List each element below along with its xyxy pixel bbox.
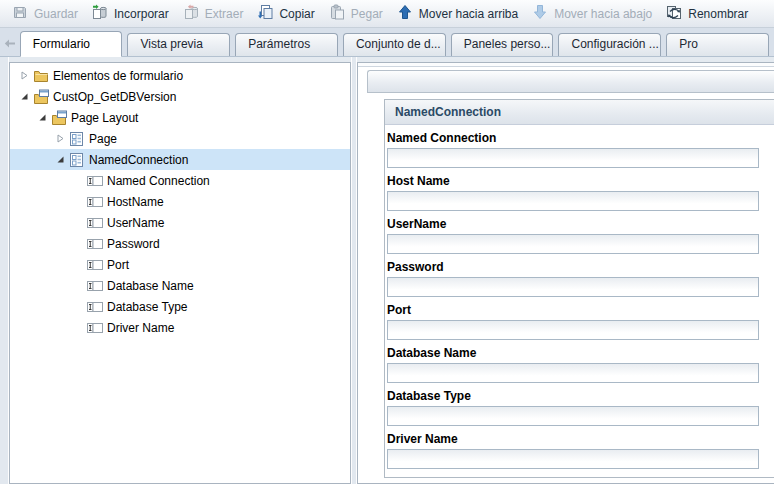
save-icon (12, 4, 28, 23)
tab-label: Parámetros (248, 37, 310, 51)
form-fields: Named Connection Host Name UserName (385, 131, 774, 477)
form-field-input[interactable] (387, 363, 759, 383)
textfield-icon (87, 257, 103, 273)
expander-collapsed-icon[interactable] (54, 132, 67, 145)
form-field-input[interactable] (387, 234, 759, 254)
form-field-input[interactable] (387, 148, 759, 168)
textfield-icon (87, 320, 103, 336)
form-field-label: Port (387, 303, 759, 317)
tree-item[interactable]: Database Type (10, 296, 350, 317)
tab-scroll-left-button[interactable] (4, 35, 17, 51)
form-field-input[interactable] (387, 406, 759, 426)
tree-item-label: Password (107, 237, 160, 251)
tab[interactable]: Conjunto de d... (343, 33, 446, 56)
tree-item[interactable]: Page (10, 128, 350, 149)
tree-item[interactable]: Page Layout (10, 107, 350, 128)
tab[interactable]: Vista previa (127, 33, 230, 56)
tab[interactable]: Parámetros (235, 33, 338, 56)
rename-icon (666, 4, 682, 23)
expander-spacer (72, 195, 85, 208)
folder-icon (33, 68, 49, 84)
tree-item[interactable]: Password (10, 233, 350, 254)
tree-item[interactable]: Elementos de formulario (10, 65, 350, 86)
form-preview-panel: NamedConnection Named Connection Host Na… (357, 62, 774, 484)
form-elements-tree: Elementos de formulario CustOp_GetDBVers… (9, 62, 351, 484)
expander-expanded-icon[interactable] (36, 111, 49, 124)
check-out-label: Extraer (205, 7, 244, 21)
tree-item[interactable]: HostName (10, 191, 350, 212)
form-folder-icon (33, 89, 49, 105)
tree-item[interactable]: Database Name (10, 275, 350, 296)
save-button[interactable]: Guardar (5, 0, 85, 27)
expander-collapsed-icon[interactable] (18, 69, 31, 82)
tab[interactable]: Formulario (20, 31, 123, 57)
form-field-label: Named Connection (387, 131, 759, 145)
form-field: UserName (387, 217, 759, 254)
rename-button[interactable]: Renombrar (659, 0, 755, 27)
copy-label: Copiar (279, 7, 314, 21)
preview-top-strip (358, 63, 774, 67)
move-down-label: Mover hacia abajo (554, 7, 652, 21)
form-field: Password (387, 260, 759, 297)
tab-label: Configuración ... (571, 37, 658, 51)
expander-spacer (72, 237, 85, 250)
tree-item-label: Database Type (107, 300, 188, 314)
copy-button[interactable]: Copiar (250, 0, 321, 27)
tree-item-label: NamedConnection (89, 153, 188, 167)
form-field: Host Name (387, 174, 759, 211)
check-out-button[interactable]: Extraer (176, 0, 251, 27)
tree-item[interactable]: Port (10, 254, 350, 275)
expander-spacer (72, 279, 85, 292)
form-field-input[interactable] (387, 191, 759, 211)
move-up-button[interactable]: Mover hacia arriba (390, 0, 525, 27)
textfield-icon (87, 236, 103, 252)
textfield-icon (87, 215, 103, 231)
group-header: NamedConnection (385, 100, 774, 125)
expander-expanded-icon[interactable] (54, 153, 67, 166)
tab-label: Paneles perso... (464, 37, 551, 51)
form-field-input[interactable] (387, 449, 759, 469)
textfield-icon (87, 278, 103, 294)
move-down-button[interactable]: Mover hacia abajo (525, 0, 659, 27)
check-out-icon (183, 4, 199, 23)
form-field: Database Type (387, 389, 759, 426)
tree-item[interactable]: Named Connection (10, 170, 350, 191)
tree-item[interactable]: UserName (10, 212, 350, 233)
paste-button[interactable]: Pegar (322, 0, 390, 27)
tab-bar: Formulario Vista previa Parámetros Conju… (0, 28, 774, 57)
check-in-button[interactable]: Incorporar (85, 0, 176, 27)
tree-item[interactable]: CustOp_GetDBVersion (10, 86, 350, 107)
form-field-input[interactable] (387, 277, 759, 297)
tab[interactable]: Configuración ... (558, 33, 661, 56)
app-window: Guardar Incorporar Extraer Copiar Pegar … (0, 0, 774, 484)
toolbar: Guardar Incorporar Extraer Copiar Pegar … (0, 0, 774, 28)
check-in-icon (92, 4, 108, 23)
paste-label: Pegar (351, 7, 383, 21)
form-field-label: UserName (387, 217, 759, 231)
tab-label: Conjunto de d... (356, 37, 441, 51)
content-area: Elementos de formulario CustOp_GetDBVers… (0, 57, 774, 484)
move-down-icon (532, 4, 548, 23)
rename-label: Renombrar (688, 7, 748, 21)
tree-item[interactable]: NamedConnection (10, 149, 350, 170)
form-field: Driver Name (387, 432, 759, 469)
form-folder-icon (51, 110, 67, 126)
tab-label: Vista previa (140, 37, 202, 51)
check-in-label: Incorporar (114, 7, 169, 21)
copy-icon (257, 4, 273, 23)
layout-icon (69, 152, 85, 168)
tab-label: Formulario (33, 37, 90, 51)
form-field: Named Connection (387, 131, 759, 168)
expander-spacer (72, 174, 85, 187)
move-up-label: Mover hacia arriba (419, 7, 518, 21)
form-field-label: Database Type (387, 389, 759, 403)
form-field: Port (387, 303, 759, 340)
arrow-left-icon (4, 34, 16, 52)
expander-expanded-icon[interactable] (18, 90, 31, 103)
tree-item-label: CustOp_GetDBVersion (53, 90, 176, 104)
tree-item[interactable]: Driver Name (10, 317, 350, 338)
tab[interactable]: Pro (666, 33, 769, 56)
form-field: Database Name (387, 346, 759, 383)
tab[interactable]: Paneles perso... (451, 33, 554, 56)
form-field-input[interactable] (387, 320, 759, 340)
